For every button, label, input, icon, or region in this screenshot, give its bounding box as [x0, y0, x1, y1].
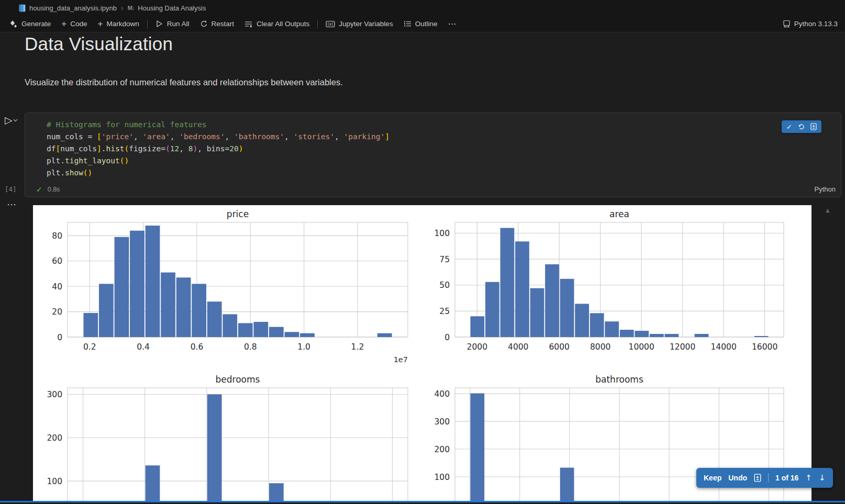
breadcrumb-file[interactable]: housing_data_analysis.ipynb: [29, 4, 117, 12]
svg-text:0.6: 0.6: [191, 342, 204, 352]
svg-text:area: area: [609, 209, 629, 219]
edits-counter: 1 of 16: [775, 474, 798, 482]
code-line: # Histograms for numerical features: [47, 119, 809, 131]
svg-text:200: 200: [434, 445, 450, 454]
plus-icon: +: [61, 19, 66, 28]
restart-button[interactable]: Restart: [195, 17, 240, 31]
plus-icon: +: [98, 19, 103, 28]
generate-label: Generate: [21, 20, 51, 28]
add-code-button[interactable]: + Code: [56, 17, 92, 31]
svg-text:25: 25: [439, 307, 450, 316]
execution-count: [4]: [5, 185, 17, 193]
changed-file-icon[interactable]: [754, 474, 761, 482]
edits-review-bar: Keep Undo 1 of 16 ↑ ↓: [696, 468, 833, 488]
svg-text:40: 40: [52, 282, 62, 292]
svg-text:10000: 10000: [629, 342, 654, 352]
code-line: plt.show(): [47, 167, 809, 179]
play-icon: ▷: [5, 114, 13, 126]
run-cell-button[interactable]: ▷: [5, 114, 18, 126]
toolbar-divider: [147, 20, 148, 28]
cell-output-figure: price0.20.40.60.81.01.20204060801e7area2…: [33, 205, 811, 501]
svg-text:0.2: 0.2: [83, 342, 96, 352]
breadcrumb: housing_data_analysis.ipynb › M↓ Housing…: [0, 0, 845, 16]
svg-text:0: 0: [444, 333, 450, 342]
svg-text:100: 100: [434, 473, 450, 482]
svg-text:8000: 8000: [590, 342, 610, 352]
code-line: plt.tight_layout(): [47, 155, 809, 167]
svg-text:14000: 14000: [710, 342, 736, 352]
svg-text:300: 300: [47, 390, 62, 399]
svg-text:200: 200: [47, 433, 62, 443]
svg-text:80: 80: [52, 231, 62, 241]
cell-status-bar: ✓ 0.8s Python: [25, 182, 841, 197]
notebook-toolbar: Generate + Code + Markdown Run All Resta…: [0, 16, 845, 32]
svg-text:75: 75: [439, 255, 450, 264]
cell-language[interactable]: Python: [815, 185, 836, 193]
markdown-heading: Data Visualization: [25, 33, 173, 54]
keep-button[interactable]: Keep: [704, 474, 721, 482]
run-all-button[interactable]: Run All: [150, 17, 195, 31]
accept-changes-icon[interactable]: ✓: [786, 124, 792, 130]
svg-text:100: 100: [434, 229, 450, 238]
code-line: num_cols = ['price', 'area', 'bedrooms',…: [47, 131, 809, 143]
outline-label: Outline: [415, 20, 438, 28]
previous-edit-arrow-icon[interactable]: ↑: [805, 473, 812, 483]
undo-button[interactable]: Undo: [728, 474, 747, 482]
output-more-actions-button[interactable]: ⋯: [7, 199, 17, 210]
markdown-paragraph: Visualize the distribution of numerical …: [25, 77, 343, 87]
generate-button[interactable]: Generate: [4, 17, 56, 31]
code-cell: ▷ [4] # Histograms for numerical feature…: [25, 113, 841, 197]
breadcrumb-separator-icon: ›: [121, 4, 124, 12]
cell-focus-border: [0, 501, 845, 502]
histogram-bedrooms: bedrooms123456100200300: [47, 374, 408, 501]
success-check-icon: ✓: [36, 185, 42, 194]
jupyter-variables-button[interactable]: (x) Jupyter Variables: [320, 17, 398, 31]
svg-text:100: 100: [47, 477, 62, 486]
toolbar-divider: [317, 20, 318, 28]
add-code-label: Code: [70, 20, 87, 28]
next-edit-arrow-icon[interactable]: ↓: [819, 473, 826, 483]
restart-label: Restart: [212, 20, 235, 28]
svg-text:price: price: [227, 209, 249, 219]
add-markdown-label: Markdown: [106, 20, 139, 28]
svg-text:300: 300: [434, 417, 450, 427]
notebook-file-icon: [19, 4, 26, 12]
toggle-changes-icon[interactable]: [810, 123, 817, 130]
svg-text:16000: 16000: [752, 342, 777, 352]
scroll-up-arrow-icon[interactable]: ▲: [826, 207, 830, 213]
svg-text:0.4: 0.4: [137, 342, 150, 352]
jupyter-variables-label: Jupyter Variables: [339, 20, 393, 28]
svg-text:60: 60: [52, 256, 62, 266]
more-actions-button[interactable]: ⋯: [442, 17, 462, 31]
outline-icon: [404, 20, 412, 27]
chevron-down-icon[interactable]: [13, 119, 18, 122]
svg-text:0.8: 0.8: [244, 342, 257, 352]
svg-text:1.0: 1.0: [297, 342, 310, 352]
clear-all-outputs-label: Clear All Outputs: [257, 20, 309, 28]
svg-text:12000: 12000: [670, 342, 695, 352]
code-editor[interactable]: # Histograms for numerical featuresnum_c…: [47, 119, 809, 179]
svg-text:1e7: 1e7: [394, 355, 408, 364]
clear-all-outputs-button[interactable]: Clear All Outputs: [239, 17, 315, 31]
svg-text:bathrooms: bathrooms: [595, 374, 643, 385]
execution-duration: 0.8s: [48, 186, 60, 193]
svg-text:2000: 2000: [467, 342, 487, 352]
svg-text:0: 0: [57, 333, 62, 342]
clear-all-outputs-icon: [244, 20, 253, 28]
add-markdown-button[interactable]: + Markdown: [93, 17, 144, 31]
svg-text:6000: 6000: [549, 342, 570, 352]
svg-text:1.2: 1.2: [351, 342, 364, 352]
kernel-picker[interactable]: Python 3.13.3: [783, 20, 845, 28]
run-all-label: Run All: [167, 20, 190, 28]
restart-icon: [200, 20, 208, 28]
svg-text:(x): (x): [328, 22, 333, 27]
outline-button[interactable]: Outline: [398, 17, 443, 31]
discard-undo-icon[interactable]: [798, 124, 805, 130]
python-environment-icon: [783, 20, 791, 28]
svg-text:20: 20: [52, 307, 62, 317]
vscode-notebook-editor: { "breadcrumb": { "file_name": "housing_…: [0, 0, 845, 504]
breadcrumb-section[interactable]: Housing Data Analysis: [138, 4, 206, 12]
svg-text:400: 400: [434, 389, 450, 399]
svg-text:50: 50: [439, 281, 450, 290]
markdown-section-icon: M↓: [128, 5, 135, 11]
